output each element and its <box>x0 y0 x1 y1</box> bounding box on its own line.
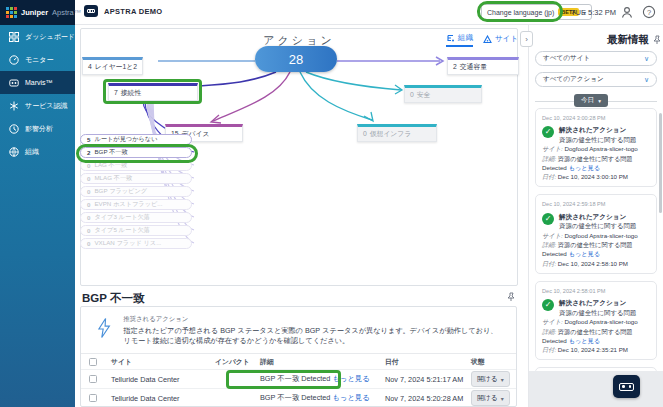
dashboard-icon <box>9 32 19 42</box>
table-header-row: サイト インパクト 詳細 日付 状態 <box>81 354 516 370</box>
card-title: 解決されたアクション <box>559 213 626 220</box>
sidebar-item-marvis[interactable]: Marvis™ <box>0 71 75 94</box>
sidebar-item-label: Marvis™ <box>25 79 53 86</box>
site-filter-select[interactable]: すべてのサイト ∨ <box>535 51 657 66</box>
node-label: レイヤー1と2 <box>95 63 137 70</box>
notifications-title: 最新情報 <box>529 33 649 47</box>
resolved-check-icon: ✓ <box>542 126 554 138</box>
help-icon[interactable]: ? <box>642 5 656 19</box>
period-select[interactable]: 今日 ▾ <box>574 94 608 107</box>
see-more-link[interactable]: もっと見る <box>569 250 601 257</box>
subaction-count: 2 <box>87 149 90 156</box>
panel-footer <box>529 371 663 407</box>
sidebar-item-service-awareness[interactable]: サービス認識 <box>0 94 75 117</box>
toggle-site[interactable]: サイト <box>483 33 518 47</box>
node-label: 交通容量 <box>460 63 487 70</box>
pin-icon[interactable] <box>652 35 662 45</box>
see-more-link[interactable]: もっと見る <box>569 164 601 171</box>
subaction-label: BGP フラッピング <box>94 187 147 196</box>
node-count: 0 <box>410 91 414 98</box>
col-detail: 詳細 <box>260 357 385 367</box>
open-status-button[interactable]: 開ける▾ <box>471 371 510 387</box>
sidebar-item-label: モニター <box>25 55 54 65</box>
node-count: 0 <box>363 130 367 137</box>
card-date: Dec 10, 2024 3:00:10 PM <box>558 173 628 180</box>
subaction-pill[interactable]: 0 タイプ5 ルート欠落 <box>80 225 192 236</box>
detail-label: 詳細: <box>542 155 556 162</box>
toggle-org[interactable]: 組織 <box>446 33 473 47</box>
notification-card: Dec 10, 2024 3:00:28 PM ✓ 解決されたアクション 資源の… <box>535 108 657 187</box>
open-status-label: 開ける <box>477 393 498 403</box>
subaction-pill[interactable]: 0 BGP フラッピング <box>80 186 192 197</box>
pin-icon[interactable] <box>506 292 516 302</box>
juniper-apstra-logo: Juniper Apstra™ <box>0 0 75 25</box>
subaction-pill[interactable]: 0 VXLAN フラッド リス... <box>80 238 192 249</box>
subaction-pill[interactable]: 5 ルートが見つからない <box>80 134 192 145</box>
detail-text: BGP 不一致 Detected <box>260 374 330 383</box>
card-timestamp: Dec 10, 2024 2:59:18 PM <box>542 200 650 208</box>
site-icon <box>483 35 492 44</box>
open-status-label: 開ける <box>477 374 498 384</box>
card-date: Dec 10, 2024 2:58:10 PM <box>558 260 628 267</box>
action-filter-select[interactable]: すべてのアクション ∨ <box>535 72 657 87</box>
marvis-icon <box>9 78 19 88</box>
hierarchy-icon <box>446 34 455 43</box>
row-checkbox[interactable] <box>89 394 97 402</box>
row-checkbox[interactable] <box>89 375 97 383</box>
node-traffic-capacity[interactable]: 2交通容量 <box>447 57 519 75</box>
node-layer12[interactable]: 4レイヤー1と2 <box>82 57 143 75</box>
subaction-count: 0 <box>87 214 90 221</box>
card-subtitle: 資源の健全性に関する問題 <box>559 309 636 316</box>
subaction-pill[interactable]: 2 BGP 不一致 <box>80 147 192 158</box>
connectivity-subactions: 5 ルートが見つからない 2 BGP 不一致 0 LAG 不一致 0 MLAG … <box>80 134 192 249</box>
cell-date: Nov 7, 2024 5:21:17 AM <box>385 375 471 384</box>
sidebar-item-organization[interactable]: 組織 <box>0 140 75 163</box>
subaction-pill[interactable]: 0 LAG 不一致 <box>80 160 192 171</box>
sidebar-item-dashboard[interactable]: ダッシュボード <box>0 25 75 48</box>
subaction-pill[interactable]: 0 EVPN ホストフラッピ... <box>80 199 192 210</box>
clock-text: TUE 5:32 PM <box>571 8 616 17</box>
see-more-link[interactable]: もっと見る <box>332 374 369 383</box>
panel-scrollbar[interactable] <box>659 113 662 213</box>
user-icon[interactable] <box>620 5 634 19</box>
recommended-action-body: 指定されたピアの予想される BGP ステータスと実際の BGP ステータスが異な… <box>123 326 504 348</box>
change-language-label: Change language (jp) <box>487 9 554 16</box>
site-label: サイト: <box>542 318 563 325</box>
node-label: 安全 <box>417 91 431 98</box>
sidebar-item-label: サービス認識 <box>25 101 68 111</box>
subaction-label: EVPN ホストフラッピ... <box>94 200 162 209</box>
date-label: 日付: <box>542 173 556 180</box>
select-all-checkbox[interactable] <box>89 358 97 366</box>
node-connectivity[interactable]: 7接続性 <box>108 83 198 101</box>
subaction-count: 5 <box>87 136 90 143</box>
subaction-pill[interactable]: 0 タイプ3 ルート欠落 <box>80 212 192 223</box>
open-status-button[interactable]: 開ける▾ <box>471 390 510 406</box>
card-site: Dogfood Apstra-slicer-togo <box>564 145 637 152</box>
see-more-link[interactable]: もっと見る <box>332 393 369 402</box>
subaction-count: 0 <box>87 201 90 208</box>
toggle-org-label: 組織 <box>458 33 473 43</box>
node-security[interactable]: 0安全 <box>404 85 482 103</box>
action-filter-value: すべてのアクション <box>543 75 604 84</box>
notifications-panel: 最新情報 すべてのサイト ∨ すべてのアクション ∨ 今日 ▾ Dec 10, … <box>528 25 663 407</box>
sidebar-item-label: 影響分析 <box>25 124 53 134</box>
date-label: 日付: <box>542 260 556 267</box>
node-virtual-infra[interactable]: 0仮想インフラ <box>357 124 437 142</box>
card-title: 解決されたアクション <box>559 126 626 133</box>
marvis-chat-bubble[interactable] <box>613 375 640 398</box>
juniper-logo-icon <box>6 7 17 18</box>
date-label: 日付: <box>542 346 556 353</box>
card-timestamp: Dec 10, 2024 3:00:28 PM <box>542 114 650 122</box>
sidebar-item-monitor[interactable]: モニター <box>0 48 75 71</box>
see-more-link[interactable]: もっと見る <box>569 337 601 344</box>
sidebar-item-impact-analysis[interactable]: 影響分析 <box>0 117 75 140</box>
card-subtitle: 資源の健全性に関する問題 <box>559 222 636 229</box>
cell-site: Telluride Data Center <box>111 375 215 384</box>
cell-site: Telluride Data Center <box>111 394 215 403</box>
subaction-pill[interactable]: 0 MLAG 不一致 <box>80 173 192 184</box>
table-row: Telluride Data Center BGP 不一致 Detected も… <box>81 370 516 389</box>
card-date: Dec 10, 2024 2:35:21 PM <box>558 346 628 353</box>
actions-total-node[interactable]: 28 <box>255 46 337 72</box>
subaction-label: タイプ3 ルート欠落 <box>94 213 149 222</box>
panel-collapse-chevron[interactable]: › <box>520 31 533 47</box>
